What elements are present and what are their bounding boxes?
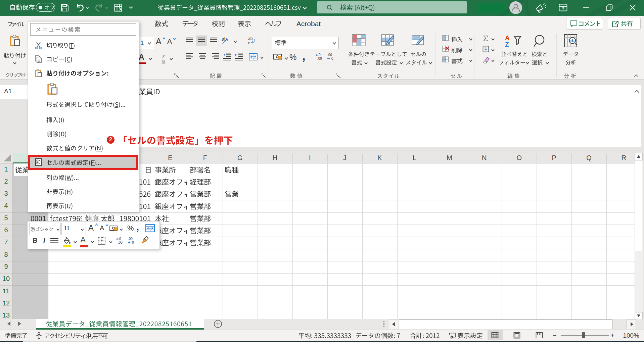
svg-text:ab: ab (248, 36, 253, 41)
svg-text:0: 0 (331, 57, 333, 60)
svg-text:Z: Z (505, 41, 509, 48)
svg-text:.00: .00 (128, 237, 133, 241)
svg-text:A: A (505, 34, 509, 41)
svg-text:.00: .00 (118, 241, 123, 244)
svg-text:c: c (248, 41, 250, 45)
svg-text:.00: .00 (327, 53, 332, 57)
svg-text:.00: .00 (317, 57, 322, 60)
svg-text:0: 0 (319, 53, 321, 57)
svg-text:0: 0 (132, 241, 134, 244)
svg-text:0: 0 (119, 237, 121, 241)
